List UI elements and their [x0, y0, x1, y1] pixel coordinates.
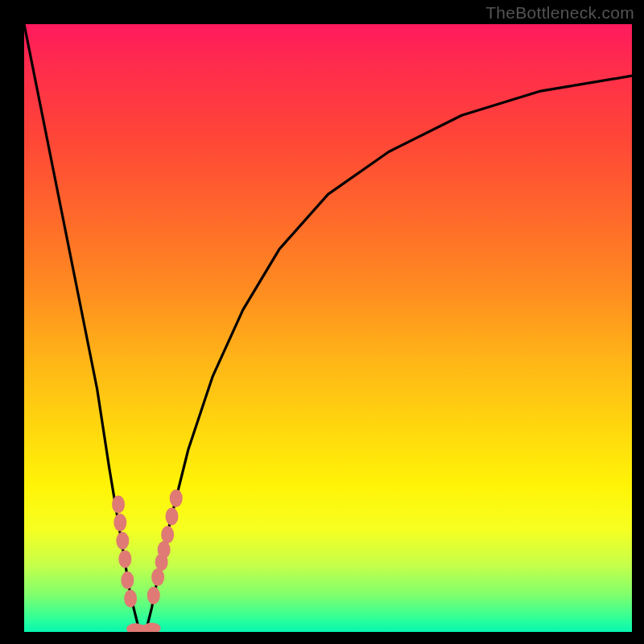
data-marker: [121, 572, 134, 589]
v-curve: [24, 24, 632, 632]
data-marker: [165, 508, 178, 526]
data-marker: [161, 526, 174, 543]
plot-area: [24, 24, 632, 632]
data-marker: [118, 550, 131, 568]
chart-frame: TheBottleneck.com: [0, 0, 644, 644]
watermark-text: TheBottleneck.com: [485, 3, 634, 23]
data-marker: [158, 541, 171, 559]
data-marker: [116, 532, 129, 550]
data-marker: [143, 622, 161, 632]
data-marker: [114, 514, 126, 531]
data-marker: [147, 587, 160, 605]
data-marker: [112, 495, 125, 513]
data-marker: [151, 568, 164, 586]
data-marker: [170, 489, 183, 507]
data-marker: [124, 589, 137, 607]
bottleneck-curve: [24, 24, 632, 632]
